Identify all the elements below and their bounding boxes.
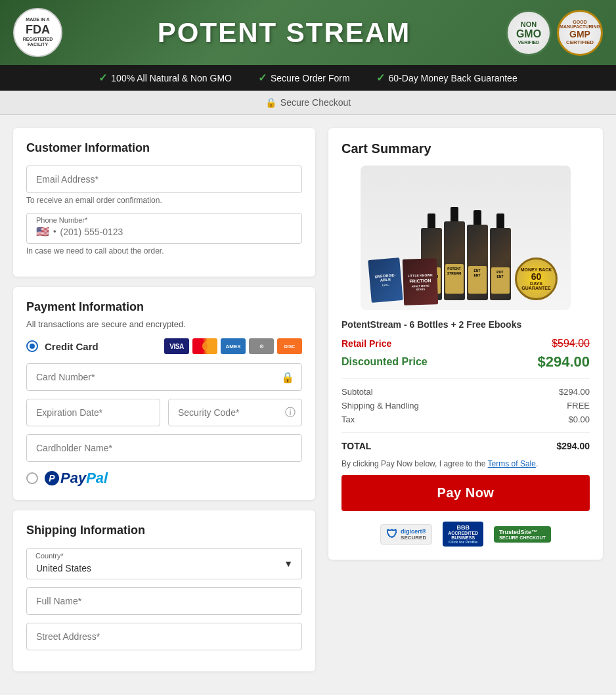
diners-icon: ⊙ <box>249 338 274 354</box>
credit-card-label: Credit Card <box>45 341 99 352</box>
country-select-wrapper: Country* United States ▼ <box>26 548 302 579</box>
info-icon[interactable]: ⓘ <box>285 406 296 420</box>
subtotal-value: $294.00 <box>559 387 590 397</box>
shipping-value: FREE <box>567 401 590 411</box>
lock-icon: 🔒 <box>265 97 276 108</box>
shield-icon: 🛡 <box>386 527 398 541</box>
total-row: TOTAL $294.00 <box>341 441 590 451</box>
trust-item-1: ✓ 100% All Natural & Non GMO <box>99 72 232 84</box>
paypal-logo: P PayPal <box>45 470 108 487</box>
expiration-field[interactable] <box>26 399 160 426</box>
svg-point-1 <box>202 341 213 351</box>
flag-icon: 🇺🇸 <box>36 225 49 238</box>
email-field[interactable] <box>26 166 302 193</box>
total-divider <box>341 432 590 433</box>
left-panel: Customer Information To receive an email… <box>13 128 315 682</box>
country-group: Country* United States ▼ <box>26 548 302 579</box>
subtotal-row: Subtotal $294.00 <box>341 387 590 397</box>
country-label: Country* <box>35 552 64 560</box>
trust-item-3: ✓ 60-Day Money Back Guarantee <box>376 72 517 84</box>
gmp-badge: GOOD MANUFACTURING GMP CERTIFIED <box>557 10 603 56</box>
email-group: To receive an email order confirmation. <box>26 166 302 205</box>
security-code-group: ⓘ <box>168 399 302 426</box>
fda-logo: MADE IN A FDA REGISTERED FACILITY <box>13 8 62 57</box>
customer-section-title: Customer Information <box>26 141 302 155</box>
card-icons: VISA AMEX ⊙ DISC <box>164 338 302 354</box>
security-input-wrap: ⓘ <box>168 399 302 426</box>
cardholder-group <box>26 434 302 462</box>
check-icon-2: ✓ <box>258 72 267 84</box>
phone-field[interactable] <box>60 227 292 237</box>
credit-card-radio[interactable] <box>26 340 38 352</box>
address-group <box>26 623 302 650</box>
fullname-group <box>26 587 302 615</box>
discount-price-row: Discounted Price $294.00 <box>341 353 590 370</box>
digicert-badge: 🛡 digicert® SECURED <box>380 524 432 545</box>
fullname-field[interactable] <box>26 587 302 615</box>
phone-hint: In case we need to call about the order. <box>26 246 302 256</box>
nongmo-badge: NON GMO VERIFIED <box>506 10 552 56</box>
discount-label: Discounted Price <box>341 356 428 368</box>
secure-checkout-bar: 🔒 Secure Checkout <box>0 91 616 115</box>
cart-title: Cart Summary <box>341 141 590 156</box>
total-label: TOTAL <box>341 441 371 451</box>
product-name: PotentStream - 6 Bottles + 2 Free Ebooks <box>341 319 590 330</box>
card-details-row: ⓘ <box>26 399 302 434</box>
cart-box: Cart Summary POTSTREAM <box>328 128 603 560</box>
retail-price: $594.00 <box>552 338 590 349</box>
shipping-section-title: Shipping Information <box>26 524 302 537</box>
check-icon-1: ✓ <box>99 72 107 84</box>
site-title: POTENT STREAM <box>158 17 410 49</box>
header-badges: NON GMO VERIFIED GOOD MANUFACTURING GMP … <box>506 10 603 56</box>
shipping-row: Shipping & Handling FREE <box>341 401 590 411</box>
shipping-section: Shipping Information Country* United Sta… <box>13 510 315 671</box>
expiration-group <box>26 399 160 426</box>
retail-price-row: Retail Price $594.00 <box>341 338 590 349</box>
cardholder-field[interactable] <box>26 434 302 462</box>
main-content: Customer Information To receive an email… <box>0 115 616 695</box>
discount-price: $294.00 <box>537 353 590 370</box>
phone-label: Phone Number* <box>27 213 301 224</box>
mastercard-icon <box>192 338 217 354</box>
payment-subtitle: All transactions are secure and encrypte… <box>26 319 302 329</box>
trustedsite-badge: TrustedSite™ SECURE CHECKOUT <box>494 526 551 543</box>
trust-badges: 🛡 digicert® SECURED BBB ACCREDITED BUSIN… <box>341 522 590 547</box>
address-field[interactable] <box>26 623 302 650</box>
phone-inner: 🇺🇸 • <box>27 224 301 243</box>
pay-now-button[interactable]: Pay Now <box>341 475 590 511</box>
bbb-badge: BBB ACCREDITED BUSINESS Click for Profil… <box>443 522 483 547</box>
visa-icon: VISA <box>164 338 189 354</box>
right-panel: Cart Summary POTSTREAM <box>328 128 603 682</box>
total-value: $294.00 <box>556 441 590 451</box>
radio-dot <box>30 344 35 349</box>
paypal-radio[interactable] <box>26 472 38 484</box>
retail-label: Retail Price <box>341 338 391 349</box>
site-header: MADE IN A FDA REGISTERED FACILITY POTENT… <box>0 0 616 65</box>
card-number-field[interactable] <box>26 363 302 391</box>
customer-section: Customer Information To receive an email… <box>13 128 315 277</box>
trust-bar: ✓ 100% All Natural & Non GMO ✓ Secure Or… <box>0 65 616 91</box>
terms-text: By clicking Pay Now below, I agree to th… <box>341 459 590 468</box>
phone-wrapper: Phone Number* 🇺🇸 • <box>26 213 302 244</box>
paypal-option[interactable]: P PayPal <box>26 470 302 487</box>
tax-value: $0.00 <box>568 415 590 424</box>
tax-label: Tax <box>341 415 355 424</box>
trust-item-2: ✓ Secure Order Form <box>258 72 350 84</box>
payment-section: Payment Information All transactions are… <box>13 287 315 500</box>
shipping-label: Shipping & Handling <box>341 401 419 411</box>
credit-card-option[interactable]: Credit Card VISA AMEX ⊙ DISC <box>26 338 302 354</box>
svg-text:P: P <box>49 473 55 483</box>
discover-icon: DISC <box>277 338 302 354</box>
card-number-group: 🔒 <box>26 363 302 391</box>
product-image-area: POTSTREAM POTENTSTREAM ENT <box>341 166 590 310</box>
terms-link[interactable]: Terms of Sale <box>488 459 536 468</box>
check-icon-3: ✓ <box>376 72 385 84</box>
card-lock-icon: 🔒 <box>281 371 294 384</box>
country-select[interactable]: United States <box>26 548 302 579</box>
security-code-field[interactable] <box>168 399 302 426</box>
price-divider <box>341 378 590 379</box>
amex-icon: AMEX <box>221 338 246 354</box>
tax-row: Tax $0.00 <box>341 415 590 424</box>
phone-group: Phone Number* 🇺🇸 • In case we need to ca… <box>26 213 302 256</box>
subtotal-label: Subtotal <box>341 387 373 397</box>
